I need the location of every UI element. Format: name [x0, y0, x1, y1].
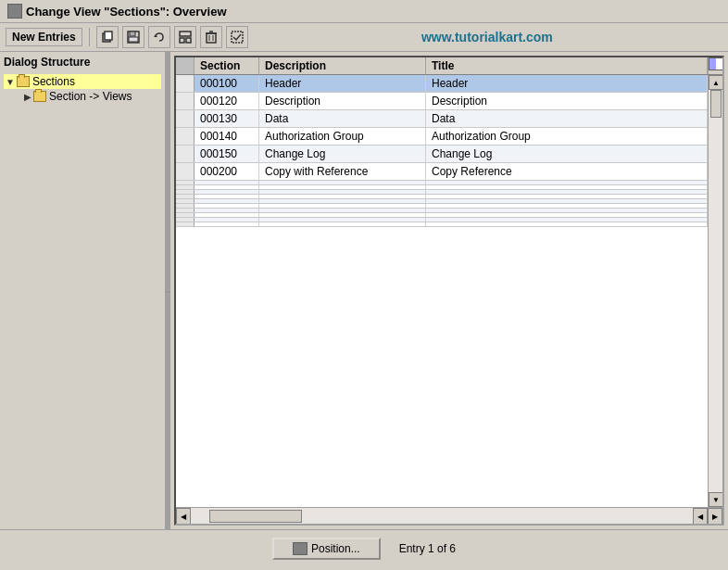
cell-title-2: Data — [426, 110, 708, 127]
position-icon — [293, 542, 308, 555]
cell-title-12 — [426, 209, 708, 212]
table-row[interactable]: 000150 Change Log Change Log — [176, 146, 708, 163]
vertical-scrollbar[interactable]: ▲ ▼ — [708, 75, 722, 507]
cell-section-0: 000100 — [195, 75, 259, 92]
cell-section-11 — [195, 204, 259, 208]
svg-rect-3 — [130, 32, 135, 36]
table-row[interactable]: 000120 Description Description — [176, 93, 708, 110]
cell-section-9 — [195, 195, 259, 198]
h-scroll-track[interactable] — [191, 508, 693, 524]
toolbar-url: www.tutorialkart.com — [252, 30, 722, 44]
data-table: Section Description Title 000100 Header … — [174, 56, 724, 526]
cell-section-14 — [195, 218, 259, 222]
column-settings-icon[interactable] — [709, 57, 723, 70]
h-scroll-thumb[interactable] — [209, 510, 302, 523]
tree-item-sections[interactable]: ▼ Sections — [4, 74, 161, 89]
cell-title-7 — [426, 185, 708, 189]
cell-title-13 — [426, 213, 708, 217]
cell-check-9 — [176, 195, 195, 198]
cell-description-8 — [259, 190, 426, 194]
horizontal-scrollbar[interactable]: ◀ ◀ ▶ — [176, 507, 722, 524]
h-scroll-right-btn-2[interactable]: ▶ — [708, 508, 722, 525]
entry-info: Entry 1 of 6 — [399, 542, 456, 555]
cell-title-15 — [426, 222, 708, 226]
cell-description-10 — [259, 199, 426, 203]
save-icon — [127, 31, 140, 44]
dialog-panel: Dialog Structure ▼ Sections ▶ Section ->… — [0, 52, 167, 529]
copy-icon — [101, 31, 114, 44]
undo-btn[interactable] — [148, 26, 170, 48]
delete-icon — [205, 31, 218, 44]
toolbar: New Entries — [0, 23, 728, 52]
header-description: Description — [259, 57, 426, 74]
cell-title-11 — [426, 204, 708, 208]
bottom-bar: Position... Entry 1 of 6 — [0, 529, 728, 566]
table-row[interactable]: 000130 Data Data — [176, 110, 708, 128]
tree-leaf-arrow: ▶ — [24, 92, 31, 102]
scroll-track[interactable] — [709, 90, 722, 492]
cell-description-1: Description — [259, 93, 426, 109]
cell-title-4: Change Log — [426, 146, 708, 162]
svg-rect-9 — [207, 33, 216, 43]
select-all-btn[interactable] — [226, 26, 248, 48]
cell-description-0: Header — [259, 75, 426, 92]
cell-check-8 — [176, 190, 195, 194]
save-btn[interactable] — [122, 26, 144, 48]
cell-section-2: 000130 — [195, 110, 259, 127]
cell-section-12 — [195, 209, 259, 212]
cell-description-14 — [259, 218, 426, 222]
content-panel: Section Description Title 000100 Header … — [170, 52, 728, 529]
delete-btn[interactable] — [200, 26, 222, 48]
table-row[interactable]: 000100 Header Header — [176, 75, 708, 93]
cell-description-5: Copy with Reference — [259, 163, 426, 180]
cell-check-10 — [176, 199, 195, 203]
cell-check-4 — [176, 146, 195, 162]
table-row[interactable]: 000200 Copy with Reference Copy Referenc… — [176, 163, 708, 181]
new-entries-button[interactable]: New Entries — [6, 28, 82, 46]
tree-item-label-sections: Sections — [32, 75, 75, 88]
cell-check-11 — [176, 204, 195, 208]
svg-rect-4 — [129, 37, 138, 42]
cell-title-6 — [426, 181, 708, 184]
cell-description-11 — [259, 204, 426, 208]
table-row[interactable]: 000140 Authorization Group Authorization… — [176, 128, 708, 146]
cell-title-10 — [426, 199, 708, 203]
page-title: Change View "Sections": Overview — [26, 5, 227, 19]
cell-section-8 — [195, 190, 259, 194]
cell-title-5: Copy Reference — [426, 163, 708, 180]
svg-rect-1 — [105, 32, 112, 40]
undo-icon — [153, 31, 166, 44]
position-button[interactable]: Position... — [272, 538, 381, 560]
cell-section-13 — [195, 213, 259, 217]
svg-rect-8 — [186, 38, 191, 43]
tree-item-label-section-views: Section -> Views — [49, 90, 132, 103]
cell-title-14 — [426, 218, 708, 222]
cell-check-13 — [176, 213, 195, 217]
folder-icon — [17, 76, 30, 87]
svg-rect-14 — [232, 32, 243, 43]
cell-check-12 — [176, 209, 195, 212]
scroll-thumb[interactable] — [710, 90, 722, 118]
svg-rect-7 — [180, 38, 184, 43]
table-rows: 000100 Header Header 000120 Description … — [176, 75, 708, 507]
cell-check-5 — [176, 163, 195, 180]
scroll-up-btn[interactable]: ▲ — [709, 75, 722, 90]
cell-title-9 — [426, 195, 708, 198]
header-title: Title — [426, 57, 708, 74]
title-bar: Change View "Sections": Overview — [0, 0, 728, 23]
table-row[interactable] — [176, 222, 708, 227]
cell-section-4: 000150 — [195, 146, 259, 162]
h-scroll-right-btn-1[interactable]: ◀ — [693, 508, 708, 525]
cell-check-3 — [176, 128, 195, 145]
cell-section-1: 000120 — [195, 93, 259, 109]
table-header: Section Description Title — [176, 57, 722, 75]
cell-check-1 — [176, 93, 195, 109]
cell-description-6 — [259, 181, 426, 184]
copy-btn-1[interactable] — [96, 26, 119, 48]
layout-btn[interactable] — [174, 26, 196, 48]
tree-item-section-views[interactable]: ▶ Section -> Views — [22, 89, 161, 104]
scroll-down-btn[interactable]: ▼ — [709, 492, 722, 507]
h-scroll-left-btn[interactable]: ◀ — [176, 508, 191, 525]
cell-section-10 — [195, 199, 259, 203]
window-icon — [7, 4, 22, 19]
